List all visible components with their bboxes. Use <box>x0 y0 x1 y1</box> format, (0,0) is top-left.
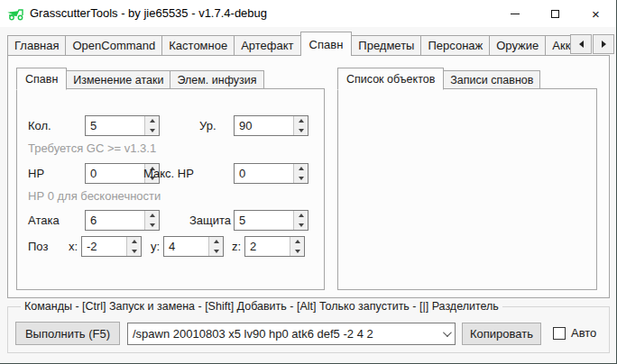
gc-version-note: Требуется GC >= v1.3.1 <box>28 141 156 155</box>
pos-z-stepper[interactable]: 2 <box>244 236 305 257</box>
command-text: /spawn 20010803 x5 lv90 hp0 atk6 def5 -2… <box>128 327 437 341</box>
tab-predmety[interactable]: Предметы <box>351 35 421 56</box>
tab-scroll-buttons <box>569 34 614 54</box>
pos-z-label: z: <box>232 240 241 253</box>
tab-zapisi-spavnov[interactable]: Записи спавнов <box>443 70 540 89</box>
pos-y-value: 4 <box>164 237 208 256</box>
attack-value: 6 <box>86 211 144 230</box>
level-label: Ур. <box>199 119 216 132</box>
main-tab-strip: Главная OpenCommand Кастомное Артефакт С… <box>7 31 570 56</box>
tab-oruzhie[interactable]: Оружие <box>489 35 546 56</box>
pos-y-stepper-buttons[interactable] <box>208 237 223 256</box>
level-stepper[interactable]: 90 <box>234 115 308 136</box>
maximize-button[interactable] <box>535 0 576 27</box>
minimize-icon <box>511 14 520 14</box>
up-arrow-icon <box>299 167 304 170</box>
tab-scroll-right-button[interactable] <box>593 34 614 54</box>
auto-checkbox-label: Авто <box>571 326 596 340</box>
subtab-spavn[interactable]: Спавн <box>16 68 67 90</box>
down-arrow-icon <box>299 177 304 180</box>
maxhp-stepper-buttons[interactable] <box>293 164 308 183</box>
subtab-izmenenie-ataki[interactable]: Изменение атаки <box>66 70 170 89</box>
commands-group-label: Команды - [Ctrl] Запуск и замена - [Shif… <box>21 300 502 313</box>
down-arrow-icon <box>299 223 304 227</box>
down-arrow-icon <box>214 250 219 253</box>
down-arrow-icon <box>150 129 155 132</box>
tab-artefakt[interactable]: Артефакт <box>234 35 300 56</box>
maxhp-stepper[interactable]: 0 <box>234 163 308 184</box>
pos-y-stepper[interactable]: 4 <box>163 236 224 257</box>
maxhp-label: Макс. HP <box>143 167 194 180</box>
count-stepper-buttons[interactable] <box>144 116 159 135</box>
pos-x-value: -2 <box>82 237 126 256</box>
pos-x-stepper[interactable]: -2 <box>81 236 142 257</box>
commands-groupbox: Команды - [Ctrl] Запуск и замена - [Shif… <box>7 306 610 353</box>
app-window: GrasscutterTools - by jie65535 - v1.7.4-… <box>0 0 617 364</box>
defense-stepper[interactable]: 5 <box>234 210 308 231</box>
down-arrow-icon <box>132 250 137 253</box>
tab-kastomnoe[interactable]: Кастомное <box>161 35 235 56</box>
close-button[interactable]: × <box>576 0 616 27</box>
count-label: Кол. <box>28 119 51 132</box>
up-arrow-icon <box>150 214 155 217</box>
tab-scroll-left-button[interactable] <box>570 34 592 54</box>
hp-label: HP <box>28 167 44 180</box>
count-stepper[interactable]: 5 <box>85 115 160 136</box>
up-arrow-icon <box>214 240 219 243</box>
combo-dropdown-button[interactable] <box>437 331 455 337</box>
tab-akkaunt[interactable]: Аккаун <box>545 35 570 56</box>
subtab-elem-infuziya[interactable]: Элем. инфузия <box>170 70 263 89</box>
hp-value: 0 <box>86 164 144 183</box>
spawn-sub-tab-strip: Спавн Изменение атаки Элем. инфузия <box>16 67 263 89</box>
level-value: 90 <box>235 116 293 135</box>
up-arrow-icon <box>295 240 300 243</box>
count-value: 5 <box>86 116 144 135</box>
command-combobox[interactable]: /spawn 20010803 x5 lv90 hp0 atk6 def5 -2… <box>127 323 456 345</box>
down-arrow-icon <box>295 250 300 253</box>
maximize-icon <box>551 10 559 18</box>
pos-z-stepper-buttons[interactable] <box>290 237 304 256</box>
defense-value: 5 <box>235 211 293 230</box>
run-button-label: Выполнить (F5) <box>25 327 110 341</box>
object-list-page <box>337 88 597 290</box>
tab-spavn[interactable]: Спавн <box>300 32 353 56</box>
hp-infinity-note: НР 0 для бесконечности <box>28 189 161 203</box>
arrow-right-icon <box>602 41 606 48</box>
pos-x-stepper-buttons[interactable] <box>126 237 141 256</box>
tab-glavnaya[interactable]: Главная <box>7 35 66 56</box>
close-icon: × <box>592 7 600 21</box>
up-arrow-icon <box>150 119 155 123</box>
minimize-button[interactable] <box>494 0 535 27</box>
object-tab-strip: Список объектов Записи спавнов <box>337 67 539 89</box>
tab-personazh[interactable]: Персонаж <box>420 35 490 56</box>
defense-stepper-buttons[interactable] <box>293 211 308 230</box>
tab-opencommand[interactable]: OpenCommand <box>65 35 162 56</box>
attack-stepper-buttons[interactable] <box>144 211 159 230</box>
up-arrow-icon <box>299 214 304 217</box>
attack-stepper[interactable]: 6 <box>85 210 160 231</box>
copy-button[interactable]: Копировать <box>462 323 541 345</box>
pos-x-label: x: <box>69 240 78 253</box>
chevron-down-icon <box>442 328 451 337</box>
arrow-left-icon <box>579 41 584 48</box>
copy-button-label: Копировать <box>470 327 533 341</box>
app-icon <box>7 6 25 21</box>
up-arrow-icon <box>132 240 137 243</box>
maxhp-value: 0 <box>235 164 293 183</box>
spawn-form-page: Кол. 5 Ур. 90 Требуется GC >= v1.3.1 HP … <box>16 88 325 290</box>
position-label: Поз <box>28 240 48 253</box>
tab-spisok-obektov[interactable]: Список объектов <box>337 68 444 90</box>
up-arrow-icon <box>299 119 304 123</box>
attack-label: Атака <box>28 214 60 227</box>
title-bar: GrasscutterTools - by jie65535 - v1.7.4-… <box>0 0 616 27</box>
down-arrow-icon <box>150 223 155 227</box>
auto-checkbox[interactable] <box>553 327 566 340</box>
window-title: GrasscutterTools - by jie65535 - v1.7.4-… <box>30 6 267 20</box>
pos-y-label: y: <box>151 240 160 253</box>
run-button[interactable]: Выполнить (F5) <box>15 322 120 345</box>
defense-label: Защита <box>189 214 231 227</box>
level-stepper-buttons[interactable] <box>293 116 308 135</box>
pos-z-value: 2 <box>245 237 290 256</box>
down-arrow-icon <box>299 129 304 132</box>
